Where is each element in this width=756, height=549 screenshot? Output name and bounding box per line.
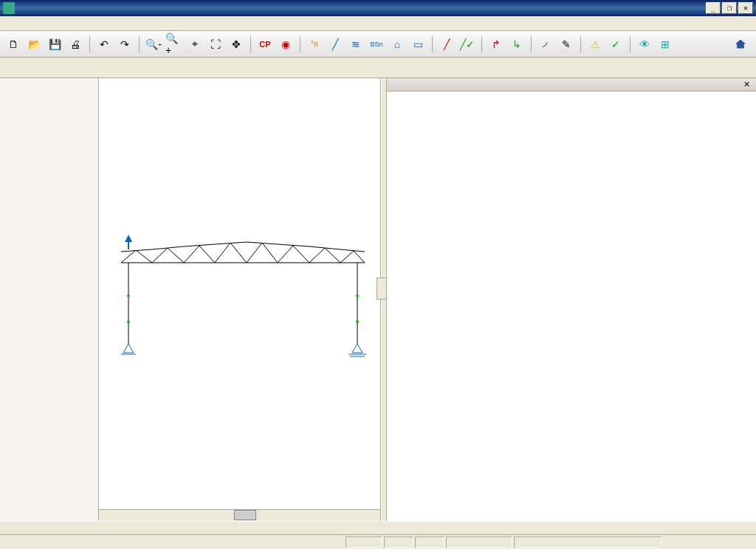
toolbar-separator (481, 36, 482, 52)
zoom-window-icon[interactable]: ⌖ (186, 35, 204, 53)
svg-marker-28 (125, 235, 132, 242)
undo-icon[interactable]: ↶ (95, 35, 113, 53)
print-icon[interactable]: 🖨 (66, 35, 84, 53)
svg-line-13 (152, 248, 168, 263)
toolbar-separator (432, 36, 433, 52)
menubar (0, 16, 756, 31)
panel-header: ✕ (387, 78, 756, 92)
save-icon[interactable]: 💾 (46, 35, 63, 53)
redo-icon[interactable]: ↷ (116, 35, 134, 53)
sidebar (0, 78, 99, 521)
distance-icon[interactable]: ⟋ (537, 35, 554, 53)
check-icon[interactable]: ╱✓ (458, 35, 476, 53)
footer-cell-calc (415, 536, 444, 548)
toolbar-separator (580, 36, 581, 52)
maximize-button[interactable]: ❐ (722, 2, 737, 14)
load-icon[interactable]: ⌂ (388, 35, 406, 53)
svg-point-4 (356, 320, 359, 323)
svg-line-16 (199, 246, 215, 263)
verify-icon[interactable]: ✓ (607, 35, 625, 53)
target-icon[interactable]: ◉ (277, 35, 295, 53)
curve-icon[interactable]: ↱ (487, 35, 505, 53)
svg-point-2 (127, 320, 130, 323)
open-icon[interactable]: 📂 (25, 35, 43, 53)
toolbar-separator (89, 36, 90, 52)
grid-icon[interactable]: ⊞ (656, 35, 674, 53)
panel-close-button[interactable]: ✕ (741, 80, 752, 89)
svg-line-26 (354, 251, 365, 263)
svg-line-11 (121, 250, 136, 263)
model-viewport[interactable] (99, 78, 381, 521)
toolbar-separator (300, 36, 300, 52)
svg-line-20 (262, 243, 278, 263)
node-n-icon[interactable]: °n (306, 35, 323, 53)
module-tabs (0, 58, 756, 78)
close-button[interactable]: ✕ (738, 2, 753, 14)
svg-line-17 (215, 243, 230, 263)
svg-line-15 (184, 246, 199, 263)
results-grid[interactable] (387, 92, 756, 521)
splitter[interactable] (381, 78, 387, 521)
bsn-icon[interactable]: BSn (368, 35, 385, 53)
svg-line-12 (136, 250, 152, 263)
svg-line-21 (278, 246, 293, 263)
new-icon[interactable]: 🗋 (4, 35, 22, 53)
draw-line-icon[interactable]: ╱ (326, 35, 344, 53)
svg-line-24 (325, 248, 340, 263)
zoom-fit-icon[interactable]: ⛶ (207, 35, 224, 53)
axis-icon[interactable]: ↳ (508, 35, 526, 53)
house-icon (735, 40, 746, 49)
svg-line-19 (247, 243, 262, 263)
main-toolbar: 🗋 📂 💾 🖨 ↶ ↷ 🔍- 🔍+ ⌖ ⛶ ✥ CP ◉ °n ╱ ≋ BSn … (0, 31, 756, 58)
wind-icon[interactable]: ≋ (347, 35, 365, 53)
frame-icon[interactable]: ▭ (409, 35, 427, 53)
footer-cell-salvo (384, 536, 413, 548)
footer-cell-blank (346, 536, 382, 548)
svg-line-14 (168, 248, 184, 263)
footer-cell-rect (514, 536, 662, 548)
minimize-button[interactable]: _ (706, 2, 721, 14)
svg-marker-6 (123, 344, 134, 353)
svg-marker-8 (352, 344, 362, 353)
warning-icon[interactable]: ⚠ (586, 35, 604, 53)
svg-line-18 (230, 243, 247, 263)
zoom-in-icon[interactable]: 🔍+ (165, 35, 183, 53)
svg-line-22 (293, 246, 309, 263)
svg-line-25 (340, 251, 354, 263)
toolbar-separator (531, 36, 532, 52)
viewport-scrollbar[interactable] (99, 509, 380, 521)
view-icon[interactable]: 👁 (636, 35, 653, 53)
app-icon (3, 2, 15, 14)
svg-point-5 (356, 294, 359, 297)
model-canvas[interactable] (99, 78, 380, 509)
pan-icon[interactable]: ✥ (227, 35, 245, 53)
main-area: ✕ (0, 78, 756, 521)
toolbar-separator (250, 36, 251, 52)
results-panel: ✕ (387, 78, 756, 521)
svg-point-3 (127, 294, 130, 297)
cp-button[interactable]: CP (256, 35, 274, 53)
brand-logo (732, 40, 752, 49)
status-bar (0, 521, 756, 534)
svg-line-23 (309, 248, 325, 263)
window-titlebar: _ ❐ ✕ (0, 0, 756, 16)
footer-cell-blank2 (446, 536, 512, 548)
toolbar-separator (139, 36, 140, 52)
footer-bar (0, 534, 756, 549)
measure-icon[interactable]: ╱ (438, 35, 456, 53)
edit-icon[interactable]: ✎ (557, 35, 575, 53)
zoom-out-icon[interactable]: 🔍- (145, 35, 162, 53)
toolbar-separator (630, 36, 630, 52)
